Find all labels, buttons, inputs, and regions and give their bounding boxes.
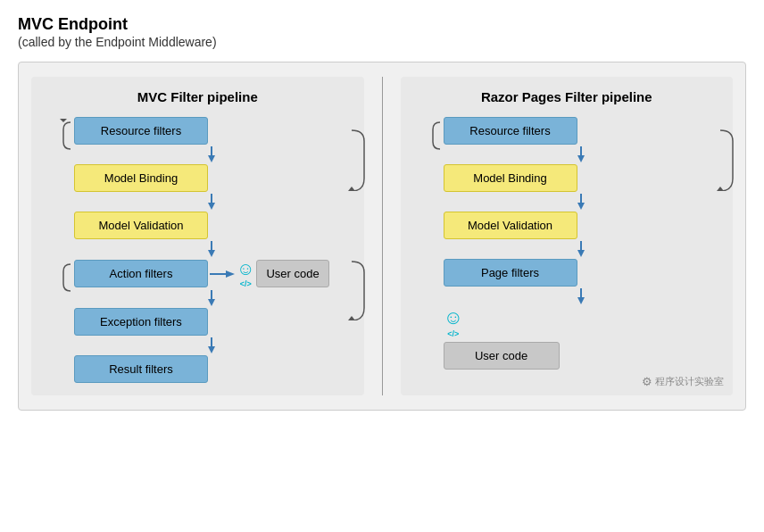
svg-marker-23 (577, 297, 585, 304)
right-bracket-binding (348, 129, 368, 191)
right-bracket-exception (348, 260, 368, 320)
down-arrow-3 (203, 241, 220, 257)
razor-down-arrow-2 (573, 194, 589, 210)
mvc-exception-filters: Exception filters (74, 308, 208, 336)
razor-arrow2 (431, 194, 719, 210)
razor-down-arrow-4 (573, 288, 589, 304)
razor-down-arrow-3 (573, 241, 589, 257)
svg-marker-14 (208, 346, 215, 353)
razor-arrow1 (431, 146, 719, 162)
svg-marker-17 (717, 187, 724, 191)
razor-model-validation: Model Validation (444, 212, 577, 239)
razor-right-bracket-binding (717, 129, 736, 191)
razor-resource-filters: Resource filters (444, 117, 577, 145)
arrow1 (62, 146, 350, 162)
svg-marker-3 (348, 187, 355, 191)
watermark: ⚙ 程序设计实验室 (642, 375, 724, 388)
resource-bracket-razor (429, 119, 444, 153)
right-arrow-usercode (210, 267, 235, 281)
razor-pipeline-title: Razor Pages Filter pipeline (415, 89, 719, 104)
resource-bracket-mvc (60, 119, 74, 153)
mvc-pipeline: MVC Filter pipeline Resource filters (31, 77, 364, 395)
razor-usercode: User code (444, 342, 560, 370)
svg-marker-5 (208, 203, 215, 210)
diagram-container: MVC Filter pipeline Resource filters (18, 62, 746, 411)
pipeline-divider (382, 77, 383, 395)
mvc-action-filters: Action filters (74, 260, 208, 287)
svg-marker-0 (60, 119, 67, 122)
page-title: MVC Endpoint (18, 14, 746, 35)
arrow2 (62, 194, 350, 210)
svg-marker-12 (348, 316, 355, 320)
razor-down-arrow-1 (573, 146, 589, 162)
down-arrow-5 (203, 337, 220, 353)
mvc-model-binding: Model Binding (74, 164, 208, 192)
svg-marker-19 (577, 203, 585, 210)
arrow5 (62, 337, 350, 353)
razor-person-icon: ☺ </> (444, 306, 463, 338)
down-arrow-1 (203, 146, 220, 162)
svg-marker-11 (208, 299, 215, 306)
svg-marker-2 (208, 155, 215, 162)
down-arrow-4 (203, 290, 220, 306)
arrow4 (62, 290, 350, 306)
page-subtitle: (called by the Endpoint Middleware) (18, 35, 746, 49)
svg-marker-9 (226, 270, 235, 278)
razor-usercode-section: ☺ </> User code (444, 306, 719, 370)
svg-marker-16 (577, 155, 585, 162)
razor-pipeline: Razor Pages Filter pipeline Resource fil… (401, 77, 734, 395)
razor-page-filters: Page filters (444, 259, 577, 287)
user-person-icon: ☺ </> (237, 259, 254, 288)
razor-model-binding: Model Binding (444, 164, 577, 192)
svg-marker-7 (208, 250, 215, 257)
razor-arrow4 (431, 288, 719, 304)
mvc-resource-filters: Resource filters (74, 117, 208, 145)
mvc-result-filters: Result filters (74, 355, 208, 383)
mvc-pipeline-title: MVC Filter pipeline (46, 89, 350, 104)
action-bracket-mvc (60, 261, 74, 295)
down-arrow-2 (203, 194, 220, 210)
razor-arrow3 (431, 241, 719, 257)
mvc-model-validation: Model Validation (74, 212, 208, 239)
svg-marker-21 (577, 250, 585, 257)
mvc-usercode: User code (256, 260, 328, 287)
arrow3 (62, 241, 350, 257)
